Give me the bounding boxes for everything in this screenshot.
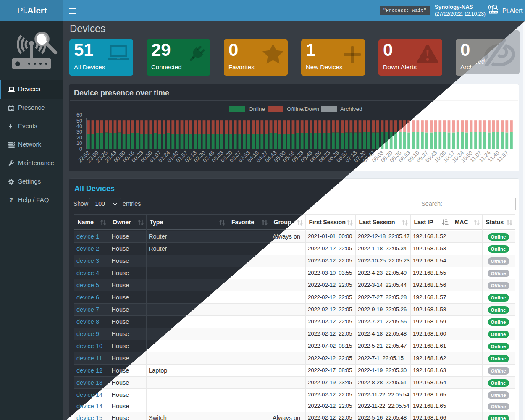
svg-text:10: 10 (76, 140, 82, 146)
svg-text:60: 60 (76, 112, 82, 118)
svg-text:50: 50 (76, 118, 82, 124)
svg-text:20: 20 (76, 135, 82, 141)
svg-text:30: 30 (76, 129, 82, 135)
svg-text:0: 0 (79, 146, 82, 152)
svg-text:40: 40 (76, 123, 82, 129)
